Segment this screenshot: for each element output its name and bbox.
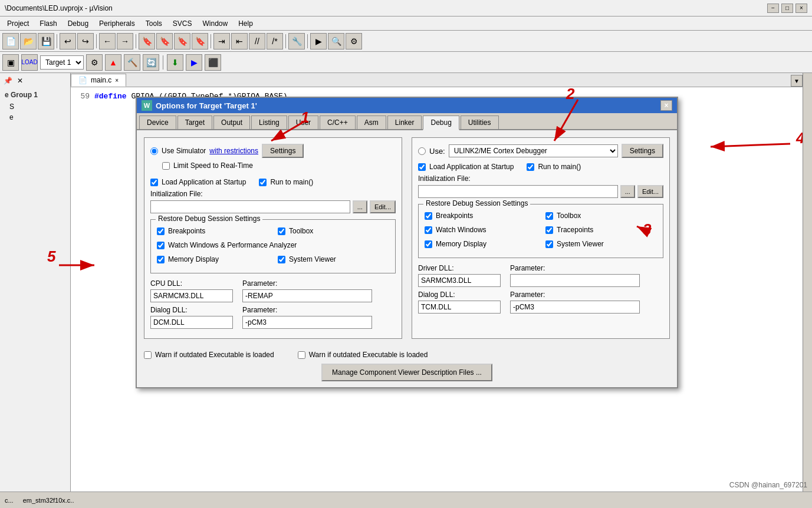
target-icon[interactable]: ▣ bbox=[2, 54, 19, 71]
right-breakpoints-checkbox[interactable] bbox=[425, 212, 432, 220]
with-restrictions-link[interactable]: with restrictions bbox=[209, 147, 258, 155]
close-window-button[interactable]: × bbox=[795, 4, 807, 13]
use-hardware-radio[interactable] bbox=[418, 147, 426, 155]
tab-device[interactable]: Device bbox=[139, 116, 176, 129]
pin-button[interactable]: 📌 bbox=[2, 75, 14, 86]
right-scrollbar[interactable] bbox=[803, 73, 812, 508]
indent-button[interactable]: ⇥ bbox=[213, 33, 230, 50]
new-file-button[interactable]: 📄 bbox=[2, 33, 19, 50]
tab-utilities[interactable]: Utilities bbox=[461, 116, 499, 129]
maximize-button[interactable]: □ bbox=[781, 4, 793, 13]
tab-asm[interactable]: Asm bbox=[357, 116, 386, 129]
right-dialog-param-input[interactable] bbox=[510, 301, 640, 314]
right-driver-param-input[interactable] bbox=[510, 274, 640, 287]
left-dialog-param-input[interactable] bbox=[242, 316, 372, 329]
manage-component-button[interactable]: Manage Component Viewer Description File… bbox=[321, 364, 492, 381]
menu-flash[interactable]: Flash bbox=[35, 18, 61, 29]
left-dialog-dll-input[interactable] bbox=[150, 316, 233, 329]
right-driver-param-label: Parameter: bbox=[510, 264, 640, 272]
tab-output[interactable]: Output bbox=[213, 116, 250, 129]
use-simulator-radio[interactable] bbox=[150, 147, 158, 155]
open-button[interactable]: 📂 bbox=[20, 33, 37, 50]
right-dialog-dll-input[interactable] bbox=[418, 301, 501, 314]
left-memory-checkbox[interactable] bbox=[157, 256, 165, 263]
nav-back-button[interactable]: ← bbox=[99, 33, 116, 50]
left-warn-checkbox[interactable] bbox=[144, 351, 152, 359]
left-browse-button[interactable]: ... bbox=[353, 200, 367, 213]
left-init-row: ... Edit... bbox=[150, 200, 396, 213]
right-memory-checkbox[interactable] bbox=[425, 240, 432, 248]
left-cpu-dll-input[interactable] bbox=[150, 289, 233, 302]
right-watch-checkbox[interactable] bbox=[425, 226, 432, 234]
right-driver-dll-input[interactable] bbox=[418, 274, 501, 287]
tab-target[interactable]: Target bbox=[177, 116, 212, 129]
load-icon[interactable]: LOAD bbox=[21, 54, 38, 71]
build2-button[interactable]: 🔨 bbox=[124, 54, 140, 71]
left-init-input[interactable] bbox=[150, 200, 350, 213]
menu-peripherals[interactable]: Peripherals bbox=[94, 18, 140, 29]
right-toolbox-checkbox[interactable] bbox=[545, 212, 553, 220]
undo-button[interactable]: ↩ bbox=[60, 33, 76, 50]
menu-project[interactable]: Project bbox=[2, 18, 34, 29]
right-init-input[interactable] bbox=[418, 185, 618, 198]
left-watch-checkbox[interactable] bbox=[157, 242, 165, 249]
left-edit-button[interactable]: Edit... bbox=[370, 200, 396, 213]
left-cpu-param-input[interactable] bbox=[242, 289, 372, 302]
right-run-main-checkbox[interactable] bbox=[527, 163, 534, 171]
indent3-button[interactable]: // bbox=[249, 33, 265, 50]
bookmark4-button[interactable]: 🔖 bbox=[192, 33, 208, 50]
limit-speed-checkbox[interactable] bbox=[162, 162, 170, 170]
search-button[interactable]: 🔍 bbox=[328, 33, 344, 50]
debug1-button[interactable]: ▶ bbox=[310, 33, 327, 50]
left-breakpoints-checkbox[interactable] bbox=[157, 227, 165, 235]
target-settings-button[interactable]: ⚙ bbox=[86, 54, 103, 71]
menu-svcs[interactable]: SVCS bbox=[168, 18, 197, 29]
right-system-checkbox[interactable] bbox=[545, 240, 553, 248]
target-select[interactable]: Target 1 bbox=[40, 55, 84, 70]
stop-debug-button[interactable]: ⬛ bbox=[205, 54, 221, 71]
sidebar-item-s[interactable]: S bbox=[0, 101, 70, 112]
right-load-app-checkbox[interactable] bbox=[418, 163, 426, 171]
right-edit-button[interactable]: Edit... bbox=[637, 185, 663, 198]
right-warn-checkbox[interactable] bbox=[298, 351, 305, 359]
left-settings-button[interactable]: Settings bbox=[262, 144, 304, 158]
left-run-main-checkbox[interactable] bbox=[259, 179, 267, 186]
download-button[interactable]: ⬇ bbox=[167, 54, 183, 71]
left-toolbox-checkbox[interactable] bbox=[278, 227, 285, 235]
indent4-button[interactable]: /* bbox=[267, 33, 283, 50]
right-settings-button[interactable]: Settings bbox=[622, 144, 663, 158]
left-system-checkbox[interactable] bbox=[278, 256, 285, 263]
left-load-app-checkbox[interactable] bbox=[150, 179, 158, 186]
debugger-select[interactable]: ULINK2/ME Cortex Debugger bbox=[449, 144, 618, 157]
settings2-button[interactable]: ⚙ bbox=[346, 33, 362, 50]
close-sidebar-button[interactable]: ✕ bbox=[16, 75, 24, 86]
save-button[interactable]: 💾 bbox=[38, 33, 54, 50]
menu-debug[interactable]: Debug bbox=[63, 18, 93, 29]
left-cpu-dll-label: CPU DLL: bbox=[150, 279, 233, 288]
minimize-button[interactable]: − bbox=[767, 4, 779, 13]
bookmark3-button[interactable]: 🔖 bbox=[174, 33, 190, 50]
dialog-close-button[interactable]: × bbox=[660, 100, 672, 111]
tab-debug[interactable]: Debug bbox=[423, 116, 459, 130]
bookmark2-button[interactable]: 🔖 bbox=[156, 33, 173, 50]
bookmark-button[interactable]: 🔖 bbox=[139, 33, 155, 50]
right-tracepoints-checkbox[interactable] bbox=[545, 226, 553, 234]
menu-tools[interactable]: Tools bbox=[141, 18, 167, 29]
left-warn-row: Warn if outdated Executable is loaded bbox=[144, 351, 274, 359]
menu-help[interactable]: Help bbox=[234, 18, 258, 29]
menu-window[interactable]: Window bbox=[198, 18, 232, 29]
redo-button[interactable]: ↪ bbox=[77, 33, 94, 50]
tab-cpp[interactable]: C/C++ bbox=[320, 116, 356, 129]
start-debug-button[interactable]: ▶ bbox=[186, 54, 202, 71]
rebuild-button[interactable]: 🔄 bbox=[143, 54, 159, 71]
tab-listing[interactable]: Listing bbox=[251, 116, 287, 129]
nav-forward-button[interactable]: → bbox=[117, 33, 133, 50]
left-restore-group: Restore Debug Session Settings Breakpoin… bbox=[150, 219, 396, 273]
indent2-button[interactable]: ⇤ bbox=[231, 33, 248, 50]
sidebar-item-e[interactable]: e bbox=[0, 112, 70, 123]
build-target-button[interactable]: ▲ bbox=[105, 54, 121, 71]
tab-linker[interactable]: Linker bbox=[387, 116, 422, 129]
tab-user[interactable]: User bbox=[288, 116, 318, 129]
build-button[interactable]: 🔧 bbox=[288, 33, 305, 50]
right-browse-button[interactable]: ... bbox=[620, 185, 635, 198]
